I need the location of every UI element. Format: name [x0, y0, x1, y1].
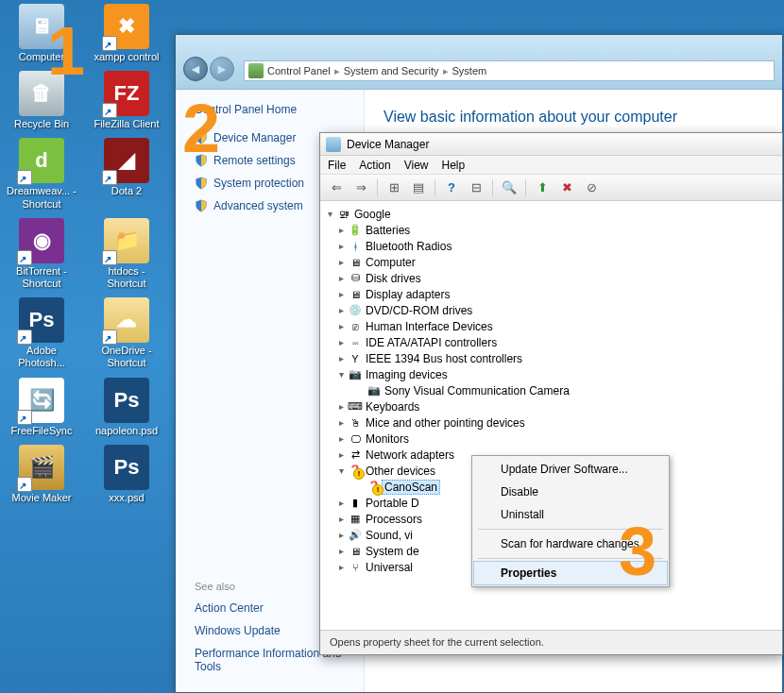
toolbar-disable-icon[interactable]: ⊘ [581, 177, 602, 198]
tree-row[interactable]: ▸ᚼBluetooth Radios [324, 238, 778, 254]
tree-label: System de [366, 545, 419, 558]
tree-label: IDE ATA/ATAPI controllers [366, 336, 497, 349]
tree-row[interactable]: ▸⌨Keyboards [324, 398, 778, 414]
collapse-icon[interactable]: ▾ [335, 465, 347, 476]
expand-icon[interactable]: ▸ [335, 417, 347, 428]
desktop-icon[interactable]: ◉BitTorrent - Shortcut [4, 218, 79, 290]
menu-help[interactable]: Help [442, 159, 466, 172]
desktop-icon[interactable]: 🔄FreeFileSync [4, 378, 79, 437]
desktop-icon[interactable]: ◢Dota 2 [89, 138, 164, 210]
desktop-icon[interactable]: FZFileZilla Client [89, 71, 164, 130]
device-icon: 🖳 [336, 208, 351, 221]
tree-row[interactable]: ▸⎚Human Interface Devices [324, 318, 778, 334]
toolbar-properties-icon[interactable]: ▤ [408, 177, 429, 198]
device-icon: ⎚ [348, 320, 363, 333]
desktop-icon[interactable]: PsAdobe Photosh... [4, 297, 79, 369]
expand-icon[interactable]: ▸ [335, 321, 347, 331]
tree-row[interactable]: ▸💿DVD/CD-ROM drives [324, 302, 778, 318]
chevron-right-icon: ▸ [443, 65, 449, 77]
expand-icon[interactable]: ▸ [335, 433, 347, 444]
expand-icon[interactable]: ▸ [335, 546, 347, 556]
device-icon: ▦ [348, 513, 363, 526]
menu-view[interactable]: View [404, 159, 429, 172]
device-icon: 🖥 [348, 545, 363, 558]
annotation-2: 2 [182, 94, 220, 162]
tree-row[interactable]: ▸🖱Mice and other pointing devices [324, 414, 778, 431]
nav-forward-button[interactable]: ► [210, 57, 234, 81]
collapse-icon[interactable]: ▾ [324, 209, 335, 219]
tree-row[interactable]: ▸YIEEE 1394 Bus host controllers [324, 350, 778, 366]
desktop-icon[interactable]: 🎬Movie Maker [4, 445, 79, 504]
titlebar[interactable]: Device Manager [320, 133, 782, 156]
desktop-icon[interactable]: Psnapoleon.psd [89, 378, 164, 437]
app-icon: ◉ [19, 218, 64, 263]
device-icon: 🖱 [348, 416, 363, 430]
toolbar-view-icon[interactable]: ⊟ [466, 177, 486, 198]
expand-icon[interactable]: ▸ [335, 273, 347, 283]
tree-label: Other devices [366, 465, 435, 478]
expand-icon[interactable]: ▸ [335, 530, 347, 540]
desktop-icon[interactable]: Psxxx.psd [89, 445, 164, 504]
device-icon: 💿 [348, 304, 363, 317]
device-icon: ⇄ [348, 448, 363, 462]
tree-row[interactable]: ▸🖵Monitors [324, 431, 778, 447]
breadcrumb-item[interactable]: System [452, 65, 487, 76]
collapse-icon[interactable]: ▾ [335, 369, 347, 380]
expand-icon[interactable]: ▸ [335, 401, 347, 412]
tree-label: Sony Visual Communication Camera [384, 384, 570, 397]
tree-row[interactable]: 📷Sony Visual Communication Camera [324, 382, 778, 398]
menu-action[interactable]: Action [359, 159, 390, 172]
tree-label: CanoScan [382, 480, 440, 495]
toolbar-scan-icon[interactable]: 🔍 [499, 177, 520, 198]
expand-icon[interactable]: ▸ [335, 353, 347, 363]
desktop-icon-label: Recycle Bin [14, 118, 69, 130]
toolbar-update-icon[interactable]: ⬆ [532, 177, 553, 198]
device-icon: 🔋 [348, 224, 363, 237]
breadcrumb-item[interactable]: System and Security [344, 65, 439, 76]
breadcrumb-item[interactable]: Control Panel [267, 65, 331, 76]
device-icon: ⎓ [348, 336, 363, 349]
desktop-icon[interactable]: ☁OneDrive - Shortcut [89, 297, 164, 369]
device-icon: ❓ [348, 465, 363, 478]
toolbar-forward-icon[interactable]: ⇒ [350, 177, 371, 198]
context-menu-item[interactable]: Update Driver Software... [474, 458, 667, 481]
tree-label: Sound, vi [366, 529, 413, 542]
menubar: File Action View Help [320, 156, 782, 175]
desktop-icon-label: Adobe Photosh... [5, 345, 78, 369]
expand-icon[interactable]: ▸ [335, 337, 347, 347]
tree-row[interactable]: ▾🖳Google [324, 206, 778, 222]
desktop-icon-label: OneDrive - Shortcut [90, 345, 163, 369]
expand-icon[interactable]: ▸ [335, 514, 347, 524]
nav-back-button[interactable]: ◄ [183, 57, 208, 81]
desktop-icon[interactable]: 📁htdocs - Shortcut [89, 218, 164, 290]
toolbar-help-icon[interactable]: ? [441, 177, 462, 198]
expand-icon[interactable]: ▸ [335, 289, 347, 299]
expand-icon[interactable]: ▸ [335, 305, 347, 315]
menu-file[interactable]: File [328, 159, 346, 172]
breadcrumb[interactable]: Control Panel ▸ System and Security ▸ Sy… [244, 60, 775, 81]
device-manager-icon [326, 137, 341, 152]
tree-label: Processors [366, 513, 422, 526]
context-menu-item[interactable]: Disable [474, 481, 667, 503]
desktop-icon[interactable]: ✖xampp control [89, 4, 164, 63]
tree-row[interactable]: ▸🖥Display adapters [324, 286, 778, 302]
tree-row[interactable]: ▸⛁Disk drives [324, 270, 778, 286]
expand-icon[interactable]: ▸ [335, 449, 347, 460]
expand-icon[interactable]: ▸ [335, 225, 347, 235]
tree-row[interactable]: ▾📷Imaging devices [324, 366, 778, 382]
app-icon: Ps [104, 378, 149, 423]
expand-icon[interactable]: ▸ [335, 257, 347, 267]
expand-icon[interactable]: ▸ [335, 498, 347, 508]
toolbar-back-icon[interactable]: ⇐ [326, 177, 347, 198]
expand-icon[interactable]: ▸ [335, 562, 347, 572]
app-icon: ✖ [104, 4, 149, 49]
expand-icon[interactable]: ▸ [335, 241, 347, 251]
tree-row[interactable]: ▸🔋Batteries [324, 222, 778, 238]
tree-row[interactable]: ▸⎓IDE ATA/ATAPI controllers [324, 334, 778, 350]
toolbar-show-hidden-icon[interactable]: ⊞ [383, 177, 404, 198]
toolbar-uninstall-icon[interactable]: ✖ [556, 177, 577, 198]
desktop-icon[interactable]: dDreamweav... - Shortcut [4, 138, 79, 210]
tree-row[interactable]: ▸🖥Computer [324, 254, 778, 270]
device-icon: ⑂ [348, 561, 363, 574]
tree-label: Portable D [366, 497, 419, 510]
